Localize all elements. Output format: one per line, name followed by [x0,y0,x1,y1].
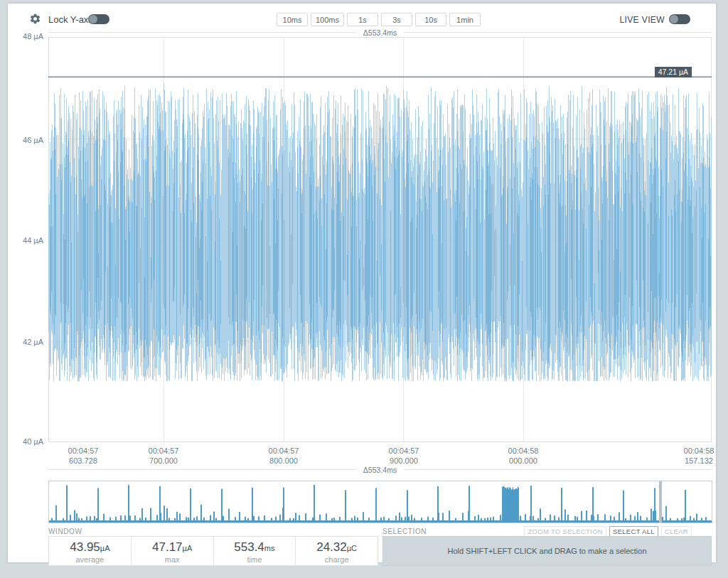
delta-label: Δ553.4ms [356,28,404,37]
time-range-buttons: 10ms 100ms 1s 3s 10s 1min [277,13,483,26]
x-tick-0: 00:04:57603.728 [44,446,122,466]
window-delta-bottom: Δ553.4ms [48,466,712,473]
stat-time: 553.4ms time [214,537,296,565]
app-panel: Lock Y-axis 10ms 100ms 1s 3s 10s 1min LI… [8,4,716,562]
x-tick-4: 00:04:58000.000 [484,446,562,466]
y-tick-48: 48 µA [8,32,43,41]
time-button-1s[interactable]: 1s [347,13,378,26]
toggle-knob [670,15,678,23]
settings-gear-icon[interactable] [29,13,41,25]
x-tick-2: 00:04:57800.000 [245,446,323,466]
delta-rule-left [48,32,356,33]
delta-rule-right [404,469,712,470]
time-button-100ms[interactable]: 100ms [311,13,344,26]
stat-average: 43.95µA average [49,537,132,565]
delta-rule-left [48,469,356,470]
current-measurement-chart[interactable] [48,37,712,442]
time-button-3s[interactable]: 3s [381,13,412,26]
selection-hint-text: Hold SHIFT+LEFT CLICK and DRAG to make a… [447,547,646,555]
live-view-label: LIVE VIEW [619,15,665,25]
y-tick-46: 46 µA [8,136,43,144]
selection-section-label: SELECTION [382,528,427,535]
zoom-to-selection-button[interactable]: ZOOM TO SELECTION [524,526,606,537]
live-view-toggle[interactable] [669,14,690,24]
time-button-10s[interactable]: 10s [415,13,446,26]
clear-button[interactable]: CLEAR [661,526,692,537]
y-tick-42: 42 µA [8,338,43,346]
select-all-button[interactable]: SELECT ALL [609,526,658,537]
window-stats-box: 43.95µA average 47.17µA max 553.4ms time… [48,536,378,566]
stat-charge: 24.32µC charge [296,537,378,565]
x-tick-5: 00:04:58157.132 [660,446,728,466]
x-tick-3: 00:04:57900.000 [365,446,443,466]
time-button-1min[interactable]: 1min [449,13,481,26]
y-tick-44: 44 µA [8,236,43,245]
x-tick-1: 00:04:57700.000 [124,446,203,466]
minimap-overview-chart[interactable] [48,481,712,523]
toggle-knob [89,15,97,23]
time-button-10ms[interactable]: 10ms [277,13,308,26]
max-marker-badge: 47.21 µA [655,67,692,77]
window-delta-top: Δ553.4ms [48,28,712,36]
delta-rule-right [404,32,712,33]
selection-buttons: ZOOM TO SELECTION SELECT ALL CLEAR [521,526,692,537]
stat-max: 47.17µA max [132,537,214,565]
window-section-label: WINDOW [48,528,82,535]
delta-label: Δ553.4ms [356,466,404,474]
selection-hint-box[interactable]: Hold SHIFT+LEFT CLICK and DRAG to make a… [382,536,712,566]
y-tick-40: 40 µA [8,437,43,446]
lock-y-axis-toggle[interactable] [88,14,109,24]
